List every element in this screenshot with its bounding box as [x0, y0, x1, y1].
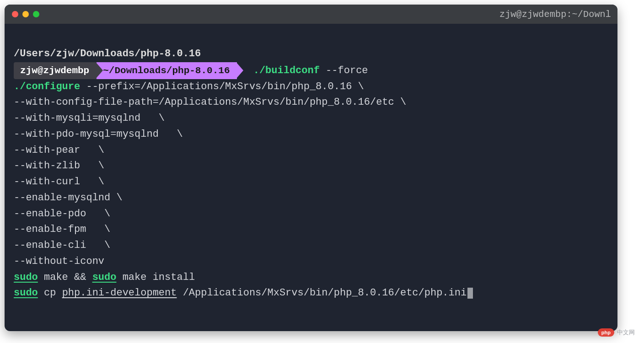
cfg-arg-6: --with-curl \: [14, 176, 104, 188]
txt-cp: cp: [38, 287, 62, 299]
terminal-body[interactable]: /Users/zjw/Downloads/php-8.0.16 zjw@zjwd…: [5, 24, 617, 331]
cmd-sudo-1: sudo: [14, 272, 38, 283]
close-icon[interactable]: [12, 11, 18, 17]
traffic-lights: [12, 11, 39, 17]
cfg-arg-4: --with-pear \: [14, 145, 104, 156]
window-title: zjw@zjwdembp:~/Downl: [499, 9, 611, 20]
cmd-sudo-3: sudo: [14, 287, 38, 299]
arg-force: --force: [320, 65, 368, 76]
cfg-arg-2: --with-mysqli=mysqlnd \: [14, 113, 165, 124]
zoom-icon[interactable]: [33, 11, 39, 17]
txt-make: make &&: [38, 272, 92, 283]
cfg-arg-1: --with-config-file-path=/Applications/Mx…: [14, 96, 406, 108]
titlebar[interactable]: zjw@zjwdembp:~/Downl: [5, 5, 617, 24]
prompt-cwd: ~/Downloads/php-8.0.16: [97, 62, 237, 79]
cmd-buildconf: ./buildconf: [253, 65, 320, 76]
watermark: php 中文网: [598, 328, 635, 337]
cfg-arg-10: --enable-cli \: [14, 240, 110, 251]
cfg-arg-11: --without-iconv: [14, 256, 104, 267]
cfg-arg-0: --prefix=/Applications/MxSrvs/bin/php_8.…: [80, 81, 364, 92]
prompt-user: zjw@zjwdembp: [14, 62, 97, 79]
cp-dst: /Applications/MxSrvs/bin/php_8.0.16/etc/…: [177, 287, 467, 299]
cfg-arg-7: --enable-mysqlnd \: [14, 192, 123, 204]
cfg-arg-9: --enable-fpm \: [14, 224, 110, 235]
watermark-pill: php: [598, 328, 614, 337]
cwd-full: /Users/zjw/Downloads/php-8.0.16: [14, 48, 201, 59]
watermark-text: 中文网: [617, 328, 635, 337]
terminal-window: zjw@zjwdembp:~/Downl /Users/zjw/Download…: [5, 5, 617, 331]
cfg-arg-8: --enable-pdo \: [14, 208, 110, 220]
cp-src: php.ini-development: [62, 287, 177, 299]
chevron-right-icon: [237, 63, 243, 78]
chevron-right-icon: [97, 63, 103, 78]
cfg-arg-5: --with-zlib \: [14, 160, 104, 172]
cmd-sudo-2: sudo: [92, 272, 117, 283]
txt-make-install: make install: [116, 272, 195, 283]
cfg-arg-3: --with-pdo-mysql=mysqlnd \: [14, 129, 183, 140]
cmd-configure: ./configure: [14, 81, 80, 92]
minimize-icon[interactable]: [22, 11, 29, 17]
cursor-icon: [467, 288, 473, 299]
prompt: zjw@zjwdembp~/Downloads/php-8.0.16: [14, 62, 247, 79]
